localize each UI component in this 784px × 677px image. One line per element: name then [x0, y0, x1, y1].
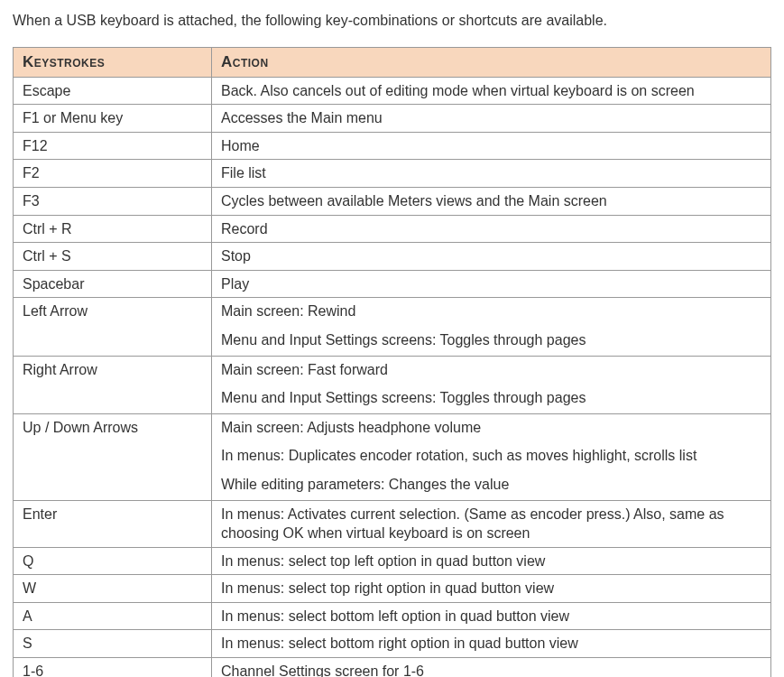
header-keystrokes: Keystrokes — [14, 47, 212, 77]
table-row: AIn menus: select bottom left option in … — [14, 602, 771, 630]
table-row: EnterIn menus: Activates current selecti… — [14, 500, 771, 547]
action-cell: In menus: select top left option in quad… — [212, 547, 771, 575]
action-cell: Stop — [212, 243, 771, 271]
table-row: Left ArrowMain screen: RewindMenu and In… — [14, 298, 771, 356]
table-row: Ctrl + SStop — [14, 243, 771, 271]
table-row: WIn menus: select top right option in qu… — [14, 575, 771, 603]
keystroke-cell: Up / Down Arrows — [14, 413, 212, 500]
table-row: F2File list — [14, 160, 771, 188]
table-row: F3Cycles between available Meters views … — [14, 187, 771, 215]
keystroke-cell: Spacebar — [14, 270, 212, 298]
keystroke-cell: Enter — [14, 500, 212, 547]
keystroke-cell: F12 — [14, 132, 212, 160]
action-line: Menu and Input Settings screens: Toggles… — [221, 388, 761, 408]
table-row: EscapeBack. Also cancels out of editing … — [14, 77, 771, 105]
action-line: While editing parameters: Changes the va… — [221, 475, 761, 495]
keystroke-cell: 1-6 — [14, 658, 212, 677]
table-row: QIn menus: select top left option in qua… — [14, 547, 771, 575]
action-cell: In menus: select bottom right option in … — [212, 630, 771, 658]
keystroke-cell: Ctrl + R — [14, 215, 212, 243]
action-cell: In menus: Activates current selection. (… — [212, 500, 771, 547]
action-cell: Cycles between available Meters views an… — [212, 187, 771, 215]
action-cell: Record — [212, 215, 771, 243]
keystroke-cell: Ctrl + S — [14, 243, 212, 271]
action-line: In menus: Duplicates encoder rotation, s… — [221, 446, 761, 466]
keystroke-cell: Escape — [14, 77, 212, 105]
table-row: F12Home — [14, 132, 771, 160]
shortcuts-table: Keystrokes Action EscapeBack. Also cance… — [13, 47, 771, 677]
keystroke-cell: A — [14, 602, 212, 630]
table-row: F1 or Menu keyAccesses the Main menu — [14, 105, 771, 133]
keystroke-cell: Left Arrow — [14, 298, 212, 356]
action-cell: Accesses the Main menu — [212, 105, 771, 133]
header-action: Action — [212, 47, 771, 77]
action-cell: Play — [212, 270, 771, 298]
keystroke-cell: Right Arrow — [14, 356, 212, 413]
action-cell: In menus: select bottom left option in q… — [212, 602, 771, 630]
keystroke-cell: S — [14, 630, 212, 658]
action-line: Main screen: Adjusts headphone volume — [221, 418, 761, 438]
action-cell: In menus: select top right option in qua… — [212, 575, 771, 603]
table-header-row: Keystrokes Action — [14, 47, 771, 77]
keystroke-cell: F1 or Menu key — [14, 105, 212, 133]
action-line: Main screen: Fast forward — [221, 360, 761, 380]
keystroke-cell: W — [14, 575, 212, 603]
table-row: SIn menus: select bottom right option in… — [14, 630, 771, 658]
action-cell: Channel Settings screen for 1-6 — [212, 658, 771, 677]
action-line: Menu and Input Settings screens: Toggles… — [221, 330, 761, 350]
keystroke-cell: F3 — [14, 187, 212, 215]
table-row: Up / Down ArrowsMain screen: Adjusts hea… — [14, 413, 771, 500]
action-cell: Main screen: Adjusts headphone volumeIn … — [212, 413, 771, 500]
action-cell: Back. Also cancels out of editing mode w… — [212, 77, 771, 105]
keystroke-cell: F2 — [14, 160, 212, 188]
table-row: 1-6Channel Settings screen for 1-6 — [14, 658, 771, 677]
action-line: Main screen: Rewind — [221, 301, 761, 321]
action-cell: Home — [212, 132, 771, 160]
intro-text: When a USB keyboard is attached, the fol… — [13, 11, 771, 31]
table-row: Right ArrowMain screen: Fast forwardMenu… — [14, 356, 771, 413]
table-row: SpacebarPlay — [14, 270, 771, 298]
keystroke-cell: Q — [14, 547, 212, 575]
action-cell: Main screen: Fast forwardMenu and Input … — [212, 356, 771, 413]
action-cell: File list — [212, 160, 771, 188]
action-cell: Main screen: RewindMenu and Input Settin… — [212, 298, 771, 356]
table-row: Ctrl + RRecord — [14, 215, 771, 243]
